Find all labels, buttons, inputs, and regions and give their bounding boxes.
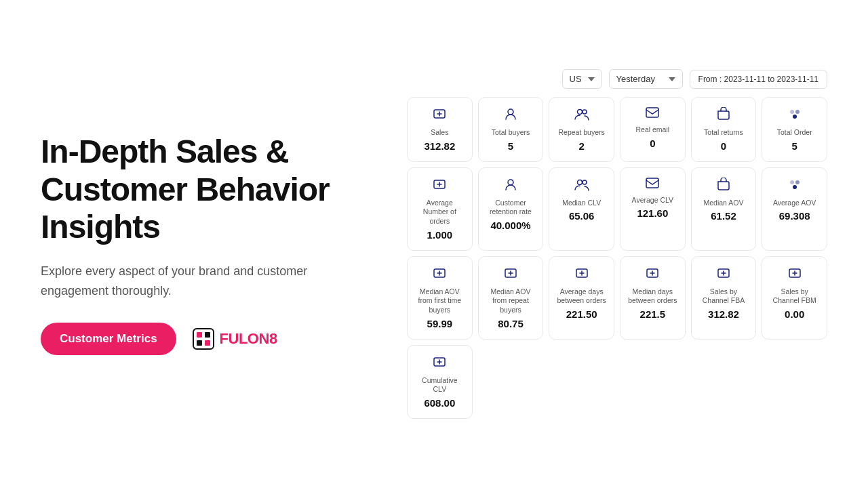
metric-card-avg-aov: Average AOV 69.308 [762, 167, 827, 251]
metrics-row-1: Sales 312.82 Total buyers 5 [407, 97, 827, 162]
avg-days-label: Average days between orders [556, 287, 607, 306]
median-days-value: 221.5 [640, 308, 666, 320]
left-panel: In-Depth Sales & Customer Behavior Insig… [41, 133, 366, 354]
svg-point-10 [790, 110, 794, 114]
metric-card-median-aov: Median AOV 61.52 [691, 167, 757, 251]
total-order-label: Total Order [777, 128, 812, 138]
retention-icon [504, 178, 517, 195]
metric-card-median-aov-repeat: Median AOV from repeat buyers 80.75 [478, 256, 544, 340]
svg-rect-2 [205, 332, 210, 338]
logo-container: FULON8 [193, 328, 277, 350]
svg-point-8 [583, 110, 587, 114]
svg-point-12 [793, 115, 797, 119]
avg-days-value: 221.50 [566, 308, 597, 320]
total-returns-value: 0 [721, 140, 726, 152]
customer-metrics-button[interactable]: Customer Metrics [41, 323, 176, 355]
metric-card-cumulative-clv: Cumulative CLV 608.00 [407, 345, 473, 419]
avg-aov-icon [788, 178, 802, 195]
metric-card-median-days-between: Median days between orders 221.5 [620, 256, 686, 340]
svg-point-20 [793, 185, 797, 189]
median-aov-repeat-label: Median AOV from repeat buyers [486, 287, 536, 315]
real-email-label: Real email [636, 125, 670, 135]
metrics-row-2: Average Number of orders 1.000 Customer … [407, 167, 827, 251]
metric-card-sales: Sales 312.82 [407, 97, 473, 162]
svg-point-14 [508, 180, 513, 185]
svg-rect-9 [646, 108, 658, 117]
metric-card-total-returns: Total returns 0 [691, 97, 757, 162]
sales-fbm-value: 0.00 [785, 308, 804, 320]
svg-rect-3 [197, 340, 202, 346]
svg-point-6 [508, 109, 513, 115]
hero-title: In-Depth Sales & Customer Behavior Insig… [41, 133, 366, 245]
sales-fba-icon [717, 266, 730, 283]
logo-text: FULON8 [220, 330, 277, 348]
fulon-logo-icon [193, 328, 214, 350]
metric-card-avg-days-between: Average days between orders 221.50 [549, 256, 614, 340]
page-container: In-Depth Sales & Customer Behavior Insig… [0, 0, 868, 488]
metric-card-total-order: Total Order 5 [762, 97, 827, 162]
svg-rect-1 [197, 332, 202, 338]
repeat-buyers-label: Repeat buyers [559, 128, 605, 138]
sales-fba-value: 312.82 [708, 308, 739, 320]
sales-value: 312.82 [424, 140, 455, 152]
total-buyers-label: Total buyers [492, 128, 530, 138]
retention-label: Customer retention rate [486, 199, 536, 217]
metric-card-repeat-buyers: Repeat buyers 2 [549, 97, 614, 162]
avg-aov-label: Average AOV [773, 199, 816, 208]
sales-fbm-icon [788, 266, 802, 283]
median-clv-icon [574, 178, 589, 195]
total-order-icon [788, 107, 802, 124]
metrics-row-3: Median AOV from first time buyers 59.99 … [407, 256, 827, 340]
median-aov-repeat-value: 80.75 [498, 318, 524, 329]
metric-card-sales-fba: Sales by Channel FBA 312.82 [691, 256, 757, 340]
metric-card-retention: Customer retention rate 40.000% [478, 167, 544, 251]
metric-card-median-clv: Median CLV 65.06 [549, 167, 614, 251]
median-clv-label: Median CLV [562, 199, 601, 208]
svg-point-16 [583, 180, 587, 184]
median-aov-first-label: Median AOV from first time buyers [414, 287, 465, 315]
date-range: From : 2023-11-11 to 2023-11-11 [690, 70, 827, 89]
repeat-buyers-icon [574, 107, 589, 124]
real-email-icon [646, 107, 659, 121]
sales-icon [433, 107, 446, 124]
avg-clv-value: 121.60 [637, 207, 668, 219]
real-email-value: 0 [650, 138, 655, 149]
total-buyers-value: 5 [508, 140, 513, 152]
avg-clv-label: Average CLV [632, 196, 673, 205]
median-aov-icon [717, 178, 730, 195]
region-select[interactable]: US EU UK [562, 69, 602, 89]
avg-clv-icon [646, 178, 659, 192]
median-clv-value: 65.06 [569, 210, 595, 222]
total-order-value: 5 [791, 140, 797, 152]
svg-rect-17 [646, 178, 658, 188]
avg-aov-value: 69.308 [779, 210, 810, 222]
svg-point-15 [577, 180, 582, 184]
metric-card-avg-clv: Average CLV 121.60 [620, 167, 686, 251]
metric-card-median-aov-first: Median AOV from first time buyers 59.99 [407, 256, 473, 340]
svg-point-11 [795, 110, 800, 114]
period-select[interactable]: Yesterday Today Last 7 Days [609, 69, 683, 89]
avg-orders-icon [433, 178, 446, 195]
metric-card-total-buyers: Total buyers 5 [478, 97, 544, 162]
cumulative-clv-label: Cumulative CLV [414, 376, 465, 394]
svg-rect-0 [193, 329, 214, 349]
right-panel: US EU UK Yesterday Today Last 7 Days Fro… [407, 69, 827, 419]
svg-rect-4 [205, 340, 210, 346]
svg-point-19 [795, 180, 800, 184]
median-days-icon [646, 266, 659, 283]
repeat-buyers-value: 2 [578, 140, 584, 152]
metric-card-avg-orders: Average Number of orders 1.000 [407, 167, 473, 251]
avg-orders-label: Average Number of orders [414, 199, 465, 226]
bottom-row: Customer Metrics FULON8 [41, 323, 366, 355]
sales-fbm-label: Sales by Channel FBM [769, 287, 820, 306]
metric-card-sales-fbm: Sales by Channel FBM 0.00 [762, 256, 827, 340]
sales-fba-label: Sales by Channel FBA [698, 287, 749, 306]
metric-card-real-email: Real email 0 [620, 97, 686, 162]
metrics-row-4: Cumulative CLV 608.00 [407, 345, 827, 419]
median-days-label: Median days between orders [627, 287, 678, 306]
median-aov-repeat-icon [504, 266, 517, 283]
cumulative-clv-value: 608.00 [424, 397, 455, 409]
sales-label: Sales [431, 128, 448, 138]
cumulative-clv-icon [433, 355, 446, 372]
median-aov-first-icon [433, 266, 446, 283]
